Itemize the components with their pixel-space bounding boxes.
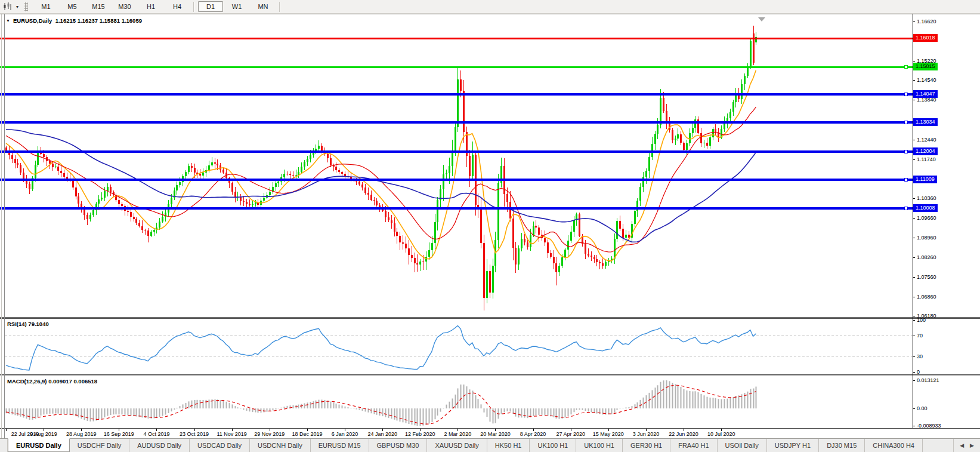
price-tick-1.08960: 1.08960 [917, 235, 936, 241]
chart-type-icon[interactable] [2, 1, 14, 12]
level-handle-1.11009[interactable] [904, 179, 907, 182]
date-label-12: 2 Mar 2020 [444, 431, 472, 437]
level-handle-1.15015[interactable] [904, 66, 907, 69]
chart-tab-dj30-m15[interactable]: DJ30 M15 [819, 439, 865, 452]
date-label-9: 6 Jan 2020 [332, 431, 358, 437]
price-tick-1.12440: 1.12440 [917, 137, 936, 143]
chart-tab-usdjpy-h1[interactable]: USDJPY H1 [767, 439, 819, 452]
timeframe-button-h4[interactable]: H4 [165, 1, 190, 12]
rsi-tick-30: 30 [917, 353, 923, 359]
date-label-6: 11 Nov 2019 [217, 431, 247, 437]
date-label-2: 28 Aug 2019 [66, 431, 97, 437]
chart-tab-hk50-h1[interactable]: HK50 H1 [487, 439, 530, 452]
chart-tab-ger30-h1[interactable]: GER30 H1 [623, 439, 670, 452]
chart-tab-usdcnh-daily[interactable]: USDCNH Daily [250, 439, 311, 452]
rsi-tick-0: 0 [917, 369, 920, 375]
chart-tabbar: EURUSD DailyUSDCHF DailyAUDUSD DailyUSDC… [0, 438, 980, 452]
date-label-4: 4 Oct 2019 [143, 431, 169, 437]
tabbar-corner [0, 439, 8, 452]
price-tick-1.10360: 1.10360 [917, 195, 936, 201]
macd-tick-2: -0.008933 [917, 423, 941, 429]
chart-tab-gbpusd-m30[interactable]: GBPUSD M30 [369, 439, 428, 452]
price-badge-1.12004[interactable]: 1.12004 [913, 147, 938, 155]
timeframe-button-h1[interactable]: H1 [138, 1, 163, 12]
date-label-14: 8 Apr 2020 [520, 431, 546, 437]
price-badge-1.14047[interactable]: 1.14047 [913, 90, 938, 98]
chart-tab-uk100-h1[interactable]: UK100 H1 [530, 439, 576, 452]
date-label-8: 18 Dec 2019 [292, 431, 322, 437]
chart-tab-china300-h4[interactable]: CHINA300 H4 [865, 439, 923, 452]
rsi-indicator-label: RSI(14) 79.1040 [7, 321, 49, 327]
chart-tab-uk100-h1[interactable]: UK100 H1 [576, 439, 623, 452]
price-tick-1.06860: 1.06860 [917, 294, 936, 300]
chart-menu-marker-icon[interactable]: ▼ [6, 19, 10, 23]
level-handle-1.10008[interactable] [904, 207, 907, 210]
price-tick-1.16620: 1.16620 [917, 19, 936, 24]
chart-tab-usdcad-daily[interactable]: USDCAD Daily [190, 439, 250, 452]
date-label-13: 20 Mar 2020 [480, 431, 511, 437]
timeframe-button-d1[interactable]: D1 [198, 1, 223, 12]
chart-tab-xauusd-daily[interactable]: XAUUSD Daily [427, 439, 487, 452]
chart-tab-fra40-h1[interactable]: FRA40 H1 [670, 439, 717, 452]
level-handle-1.12004[interactable] [904, 150, 907, 153]
tabbar-spacer [923, 439, 953, 452]
chart-symbol-period: EURUSD,Daily [13, 17, 52, 24]
timeframe-button-m1[interactable]: M1 [33, 1, 58, 12]
macd-tick-0: 0.013121 [917, 377, 939, 383]
price-badge-1.11009[interactable]: 1.11009 [913, 176, 937, 183]
timeframe-button-mn[interactable]: MN [251, 1, 276, 12]
date-label-18: 22 Jun 2020 [669, 431, 698, 437]
level-handle-1.13034[interactable] [904, 121, 907, 124]
timeframe-buttons: M1M5M15M30H1H4D1W1MN [33, 1, 283, 12]
chart-tabs: EURUSD DailyUSDCHF DailyAUDUSD DailyUSDC… [8, 439, 923, 452]
timeframe-toolbar: ▾ M1M5M15M30H1H4D1W1MN [0, 0, 980, 14]
timeframe-button-m5[interactable]: M5 [60, 1, 85, 12]
chart-window: 1.166201.152201.145401.138401.124401.117… [0, 14, 980, 438]
date-label-16: 15 May 2020 [593, 431, 624, 437]
timeframe-button-w1[interactable]: W1 [224, 1, 249, 12]
chart-tab-eurusd-m15[interactable]: EURUSD M15 [311, 439, 369, 452]
tabs-scroll-right-icon[interactable]: ▶ [970, 442, 974, 448]
price-badge-1.13034[interactable]: 1.13034 [913, 118, 938, 126]
date-label-3: 16 Sep 2019 [104, 431, 134, 437]
macd-indicator-label: MACD(12,26,9) 0.009017 0.006518 [7, 378, 97, 385]
date-label-10: 24 Jan 2020 [367, 431, 397, 437]
macd-tick-1: 0.00 [917, 405, 928, 411]
level-handle-1.14047[interactable] [904, 93, 907, 96]
chart-ohlc-values: 1.16215 1.16237 1.15881 1.16059 [55, 17, 142, 24]
price-tick-1.09660: 1.09660 [917, 215, 936, 221]
tabs-scroll-left-icon[interactable]: ◀ [960, 442, 964, 448]
date-label-15: 27 Apr 2020 [556, 431, 585, 437]
chart-tab-usdchf-daily[interactable]: USDCHF Daily [70, 439, 129, 452]
date-label-17: 3 Jun 2020 [633, 431, 660, 437]
chart-header: ▼EURUSD,Daily 1.16215 1.16237 1.15881 1.… [6, 17, 142, 24]
price-tick-1.14540: 1.14540 [917, 77, 936, 83]
date-label-5: 23 Oct 2019 [180, 431, 209, 437]
price-badge-1.10008[interactable]: 1.10008 [913, 204, 938, 212]
chart-tab-usoil-daily[interactable]: USOil Daily [718, 439, 767, 452]
date-label-19: 10 Jul 2020 [707, 431, 735, 437]
date-label-11: 12 Feb 2020 [405, 431, 435, 437]
toolbar-drag-grip[interactable] [24, 2, 28, 11]
date-label-7: 29 Nov 2019 [254, 431, 285, 437]
price-tick-1.07560: 1.07560 [917, 274, 936, 280]
chart-tab-audusd-daily[interactable]: AUDUSD Daily [129, 439, 190, 452]
date-label-1: 9 Aug 2019 [30, 431, 57, 437]
rsi-tick-100: 100 [917, 317, 926, 323]
toolbar-separator [279, 2, 280, 12]
price-badge-1.16018[interactable]: 1.16018 [913, 34, 938, 42]
price-tick-1.11740: 1.11740 [917, 156, 936, 162]
toolbar-separator [193, 2, 194, 12]
timeframe-button-m15[interactable]: M15 [86, 1, 111, 12]
price-chart-canvas[interactable]: 1.166201.152201.145401.138401.124401.117… [0, 14, 980, 438]
rsi-tick-70: 70 [917, 333, 923, 339]
chart-tab-eurusd-daily[interactable]: EURUSD Daily [8, 438, 70, 452]
chart-type-caret-icon[interactable]: ▾ [14, 4, 21, 10]
timeframe-button-m30[interactable]: M30 [112, 1, 137, 12]
price-tick-1.08260: 1.08260 [917, 254, 936, 260]
price-badge-1.15015[interactable]: 1.15015 [913, 63, 938, 70]
